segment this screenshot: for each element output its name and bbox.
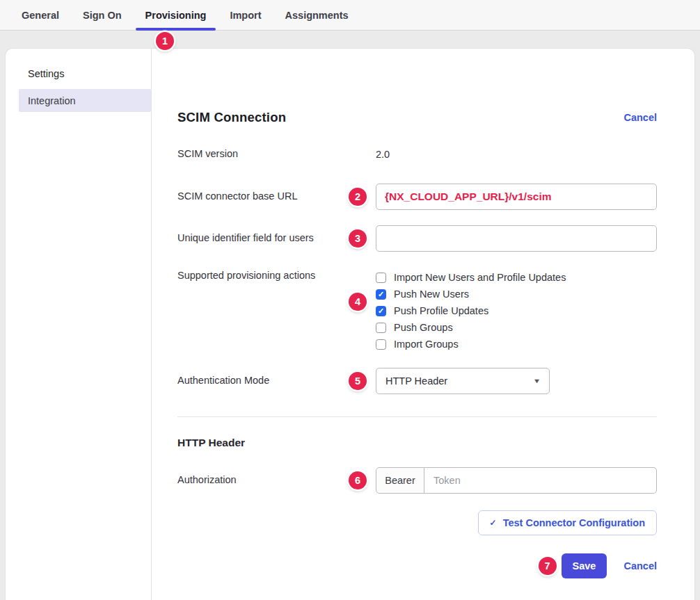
checkbox-icon[interactable] <box>376 306 386 316</box>
app-tabbar: General Sign On Provisioning Import Assi… <box>0 0 700 31</box>
authorization-label: Authorization <box>177 473 376 487</box>
provisioning-panel: Settings Integration SCIM Connection Can… <box>6 49 694 600</box>
checkbox-label: Push New Users <box>394 289 469 300</box>
scim-version-row: SCIM version 2.0 <box>177 146 657 163</box>
authorization-group: Bearer <box>376 467 657 494</box>
annotation-badge-5: 5 <box>349 372 367 390</box>
base-url-label: SCIM connector base URL <box>177 190 376 204</box>
annotation-badge-2: 2 <box>349 188 367 206</box>
check-icon: ✓ <box>490 518 497 528</box>
sidebar: Settings Integration <box>6 49 152 600</box>
tab-assignments[interactable]: Assignments <box>273 0 360 30</box>
tab-general[interactable]: General <box>10 0 71 30</box>
checkbox-import-groups[interactable]: Import Groups <box>376 336 566 352</box>
scim-base-url-input[interactable] <box>376 184 657 210</box>
annotation-badge-7: 7 <box>539 557 557 575</box>
bearer-prefix: Bearer <box>376 467 424 494</box>
checkbox-icon[interactable] <box>376 323 386 333</box>
tab-import[interactable]: Import <box>218 0 273 30</box>
test-connector-button[interactable]: ✓ Test Connector Configuration <box>478 510 657 535</box>
save-button[interactable]: Save <box>562 553 607 578</box>
authorization-row: Authorization 6 Bearer <box>177 467 657 494</box>
http-header-section-title: HTTP Header <box>177 437 657 449</box>
checkbox-icon[interactable] <box>376 339 386 350</box>
provisioning-actions-list: Import New Users and Profile Updates Pus… <box>376 269 566 352</box>
annotation-badge-1: 1 <box>156 32 174 50</box>
sidebar-item-integration[interactable]: Integration <box>19 89 151 112</box>
tab-provisioning[interactable]: Provisioning <box>134 0 218 30</box>
scim-version-value: 2.0 <box>376 149 390 160</box>
scim-connection-form: SCIM Connection Cancel SCIM version 2.0 … <box>152 49 694 600</box>
selected-option: HTTP Header <box>385 375 447 387</box>
unique-identifier-row: Unique identifier field for users 3 <box>177 225 657 252</box>
test-connector-label: Test Connector Configuration <box>503 517 645 528</box>
checkbox-push-new-users[interactable]: Push New Users <box>376 286 566 302</box>
unique-identifier-label: Unique identifier field for users <box>177 232 376 245</box>
scim-version-label: SCIM version <box>177 147 376 161</box>
cancel-link-top[interactable]: Cancel <box>623 112 657 123</box>
tab-sign-on[interactable]: Sign On <box>71 0 134 30</box>
checkbox-push-profile-updates[interactable]: Push Profile Updates <box>376 302 566 319</box>
authentication-mode-select[interactable]: HTTP Header ▼ <box>376 368 550 394</box>
checkbox-label: Push Profile Updates <box>394 305 488 316</box>
checkbox-import-new-users[interactable]: Import New Users and Profile Updates <box>376 269 566 286</box>
checkbox-label: Import New Users and Profile Updates <box>394 272 566 283</box>
section-divider <box>177 416 657 417</box>
page-title: SCIM Connection <box>177 110 286 125</box>
token-input[interactable] <box>424 467 657 494</box>
checkbox-push-groups[interactable]: Push Groups <box>376 319 566 336</box>
unique-identifier-input[interactable] <box>376 225 657 252</box>
authentication-mode-label: Authentication Mode <box>177 374 376 388</box>
cancel-button[interactable]: Cancel <box>623 560 657 571</box>
form-header: SCIM Connection Cancel <box>177 110 657 125</box>
test-connector-row: ✓ Test Connector Configuration <box>177 510 657 535</box>
annotation-badge-3: 3 <box>349 229 367 248</box>
base-url-row: SCIM connector base URL 2 <box>177 184 657 210</box>
provisioning-actions-label: Supported provisioning actions <box>177 269 376 283</box>
checkbox-icon[interactable] <box>376 273 386 283</box>
checkbox-label: Import Groups <box>394 339 459 350</box>
chevron-down-icon: ▼ <box>533 378 541 384</box>
checkbox-label: Push Groups <box>394 322 453 333</box>
checkbox-icon[interactable] <box>376 289 386 300</box>
authentication-mode-row: Authentication Mode 5 HTTP Header ▼ <box>177 368 657 394</box>
provisioning-actions-row: Supported provisioning actions 4 Import … <box>177 269 657 352</box>
annotation-badge-4: 4 <box>349 293 367 311</box>
annotation-badge-6: 6 <box>349 471 367 489</box>
save-row: 7 Save Cancel <box>177 553 657 578</box>
sidebar-header: Settings <box>28 68 151 79</box>
